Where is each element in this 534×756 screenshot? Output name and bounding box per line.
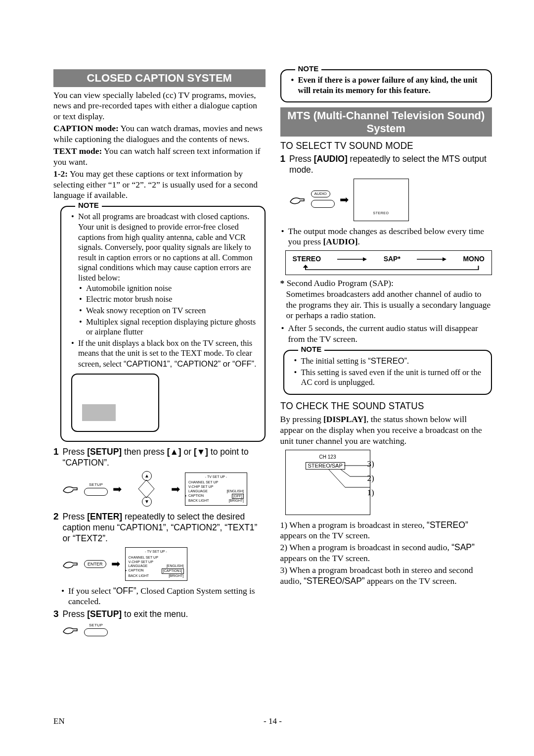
cc-steps: 1 Press [SETUP] then press [▲] or [▼] to… xyxy=(53,447,266,469)
audio-key: [AUDIO] xyxy=(323,236,357,246)
step2-subnote: If you select “OFF”, Closed Caption Syst… xyxy=(60,586,266,608)
audio-key: [AUDIO] xyxy=(314,154,348,164)
remote-setup-button: SETUP xyxy=(84,623,108,636)
l: CAPTION xyxy=(129,568,144,574)
t: appears on the TV screen. xyxy=(280,553,370,563)
note-item: The initial setting is “STEREO”. xyxy=(301,356,485,367)
text-mode-label: TEXT mode: xyxy=(53,146,102,156)
half-screen-diagram xyxy=(71,374,159,432)
l: BACK LIGHT xyxy=(188,499,209,503)
remote-enter-button: ENTER xyxy=(84,560,106,568)
down-key: [▼] xyxy=(194,447,208,457)
tv-setup-menu: - TV SET UP - CHANNEL SET UP V-CHIP SET … xyxy=(185,472,247,506)
mts-steps: 1 Press [AUDIO] repeatedly to select the… xyxy=(280,154,492,176)
arrow-right-icon: ➡ xyxy=(111,557,120,571)
page-footer: EN - 14 - EN xyxy=(53,716,492,726)
hand-icon xyxy=(289,194,306,206)
section-heading-closed-caption: CLOSED CAPTION SYSTEM xyxy=(53,69,266,87)
list-item-3: 3) When a program broadcast both in ster… xyxy=(280,565,492,587)
arrow-right-icon xyxy=(417,257,446,262)
sap-explain: * Second Audio Program (SAP): Sometimes … xyxy=(280,278,492,322)
left-column: CLOSED CAPTION SYSTEM You can view speci… xyxy=(53,69,266,716)
note-box-cc: NOTE Not all programs are broadcast with… xyxy=(60,206,266,441)
t: appears on the TV screen. xyxy=(365,576,457,586)
dash-item: Automobile ignition noise xyxy=(86,284,258,294)
step-1: 1 Press [AUDIO] repeatedly to select the… xyxy=(280,154,492,176)
btn-label: AUDIO xyxy=(311,190,330,197)
callout-2: 2) xyxy=(367,473,374,483)
menu-row: CHANNEL SET UP xyxy=(129,556,184,560)
setup-key: [SETUP] xyxy=(87,447,122,457)
subheading-check-sound: TO CHECK THE SOUND STATUS xyxy=(280,400,478,412)
t: If you select xyxy=(68,586,113,596)
mode-sap: SAP* xyxy=(384,255,400,264)
arrow-right-icon: ➡ xyxy=(113,482,122,496)
dash-item: Electric motor brush noise xyxy=(86,294,258,305)
mts-bullets: After 5 seconds, the current audio statu… xyxy=(280,323,492,345)
remote-diagram-audio: AUDIO ➡ STEREO xyxy=(289,179,492,221)
note-box-mts: NOTE The initial setting is “STEREO”. Th… xyxy=(283,350,492,395)
mts-bullets: The output mode changes as described bel… xyxy=(280,226,492,248)
hand-icon xyxy=(62,483,79,495)
t: Press xyxy=(289,154,314,164)
v: “SAP” xyxy=(451,542,475,552)
bullet: The output mode changes as described bel… xyxy=(288,226,492,248)
subheading-select-sound: TO SELECT TV SOUND MODE xyxy=(280,140,478,152)
step-number: 2 xyxy=(53,512,59,544)
menu-title: - TV SET UP - xyxy=(129,550,184,554)
v: [ENGLISH] xyxy=(226,489,244,494)
t: . xyxy=(357,236,359,246)
dash-item: Weak snowy reception on TV screen xyxy=(86,306,258,316)
t: The output mode changes as described bel… xyxy=(288,226,485,247)
enter-key: [ENTER] xyxy=(87,512,122,521)
sap-title: Second Audio Program (SAP): xyxy=(287,278,394,288)
step-text: Press [ENTER] repeatedly to select the d… xyxy=(63,512,266,544)
arrow-right-icon: ➡ xyxy=(171,482,180,496)
list-item-1: 1) When a program is broadcast in stereo… xyxy=(280,520,492,542)
t: appears on the TV screen. xyxy=(280,530,370,540)
one-two-label: 1-2: xyxy=(53,169,68,179)
step-number: 3 xyxy=(53,609,59,620)
arrow-right-icon xyxy=(337,257,367,262)
list-item-2: 2) When a program is broadcast in second… xyxy=(280,542,492,564)
callout-numbers: 3) 2) 1) xyxy=(367,459,374,502)
sap-text: Sometimes broadcasters add another chann… xyxy=(280,289,492,322)
remote-diagram-setup-nav: SETUP ➡ ▲ ▼ ➡ - TV SET UP - CHANNEL SET … xyxy=(62,471,266,507)
mode-mono: MONO xyxy=(463,255,485,264)
v: “STEREO/SAP” xyxy=(304,576,365,586)
step-1: 1 Press [SETUP] then press [▲] or [▼] to… xyxy=(53,447,266,469)
l: BACK LIGHT xyxy=(129,574,149,578)
v: [BRIGHT] xyxy=(169,574,183,578)
svg-marker-3 xyxy=(443,257,446,261)
step-text: Press [SETUP] to exit the menu. xyxy=(63,609,188,620)
step-3: 3 Press [SETUP] to exit the menu. xyxy=(53,609,266,620)
off-value: “OFF” xyxy=(113,586,136,596)
t: The initial setting is xyxy=(301,356,368,366)
menu-row: CHANNEL SET UP xyxy=(188,480,244,485)
caption-mode-label: CAPTION mode: xyxy=(53,123,119,133)
cc-intro: You can view specially labeled (cc) TV p… xyxy=(53,90,266,123)
grey-text-region xyxy=(82,404,116,421)
mode-stereo: STEREO xyxy=(293,255,321,264)
t: Press xyxy=(63,447,88,457)
tv-setup-menu: - TV SET UP - CHANNEL SET UP V-CHIP SET … xyxy=(125,547,187,581)
t: Press xyxy=(63,512,88,521)
up-key: [▲] xyxy=(167,447,181,457)
t: or xyxy=(181,447,194,457)
callout-1: 1) xyxy=(367,487,374,498)
note-item: If the unit displays a black box on the … xyxy=(78,338,258,370)
menu-row: LANGUAGE[ENGLISH] xyxy=(188,489,244,494)
caption-mode-line: CAPTION mode: You can watch dramas, movi… xyxy=(53,123,266,145)
footer-lang: EN xyxy=(53,716,65,726)
menu-title: - TV SET UP - xyxy=(188,475,244,479)
sound-status-diagram: CH 123 STEREO/SAP 3) 2) 1) xyxy=(280,450,492,515)
note-label: NOTE xyxy=(295,64,322,74)
menu-row: BACK LIGHT[BRIGHT] xyxy=(129,574,184,578)
step-text: Press [AUDIO] repeatedly to select the M… xyxy=(289,154,492,176)
note-text: Even if there is a power failure of any … xyxy=(298,75,485,95)
stereo-label: STEREO xyxy=(354,211,408,216)
step-2: 2 Press [ENTER] repeatedly to select the… xyxy=(53,512,266,544)
t: Press xyxy=(63,609,88,619)
cc-steps: 3 Press [SETUP] to exit the menu. xyxy=(53,609,266,620)
remote-diagram-enter: ENTER ➡ - TV SET UP - CHANNEL SET UP V-C… xyxy=(62,547,266,581)
